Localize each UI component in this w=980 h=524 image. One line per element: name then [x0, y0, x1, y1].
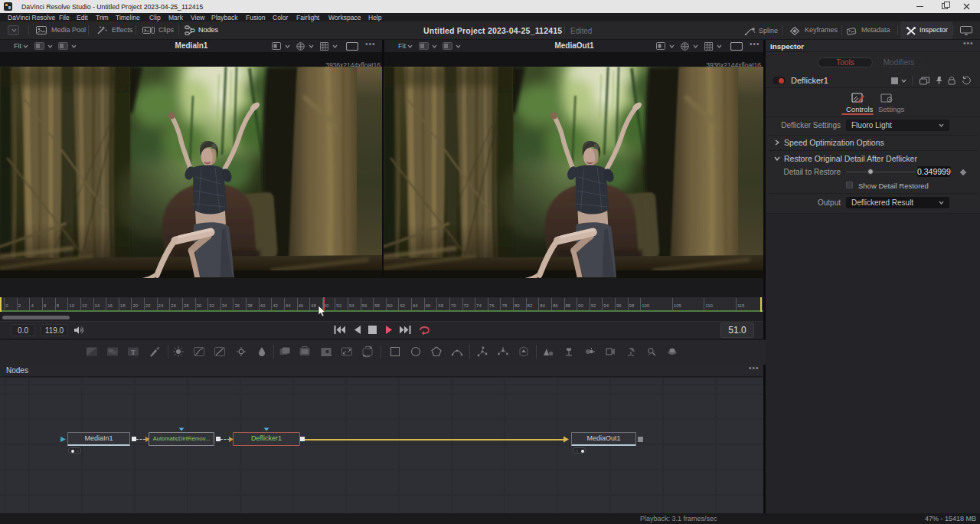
svg-text:T: T: [131, 349, 136, 356]
